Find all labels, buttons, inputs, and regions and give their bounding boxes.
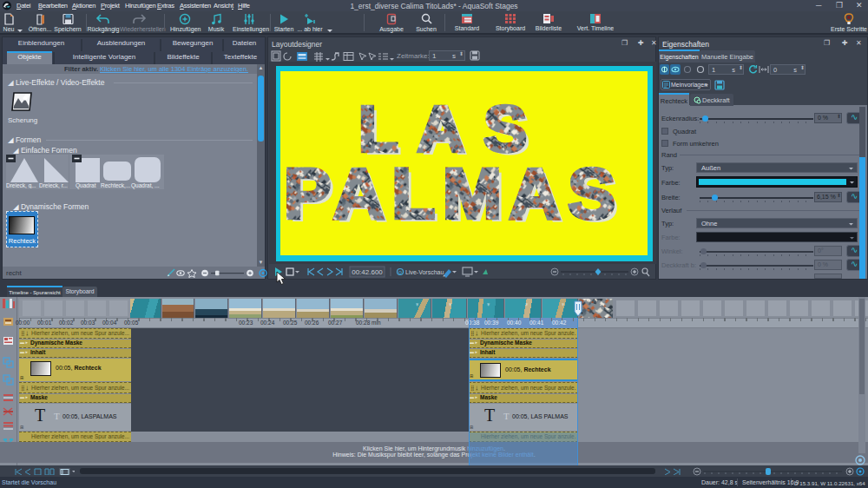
svg-text:Live-Vorschau: Live-Vorschau: [405, 269, 444, 275]
svg-text:PALMAS: PALMAS: [284, 154, 623, 233]
svg-text:00:42.600: 00:42.600: [352, 268, 383, 276]
svg-text:o: o: [398, 269, 402, 275]
